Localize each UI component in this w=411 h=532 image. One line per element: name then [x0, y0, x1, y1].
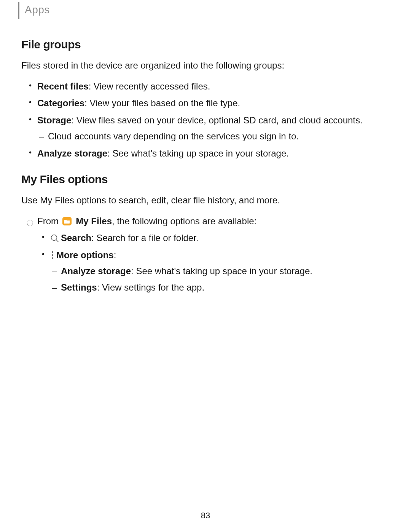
desc-storage: : View files saved on your device, optio…: [71, 115, 362, 125]
sub-cloud-accounts: Cloud accounts vary depending on the ser…: [48, 131, 299, 141]
desc-analyze-storage-2: : See what's taking up space in your sto…: [131, 266, 312, 276]
svg-point-6: [52, 257, 53, 259]
page-content: File groups Files stored in the device a…: [0, 19, 411, 295]
page-header: Apps: [0, 0, 411, 19]
sublist-item: Analyze storage: See what's taking up sp…: [61, 264, 390, 278]
desc-analyze-storage: : See what's taking up space in your sto…: [107, 148, 289, 158]
svg-line-3: [56, 240, 58, 242]
term-categories: Categories: [37, 98, 84, 108]
dotted-circle-icon: [27, 216, 33, 223]
term-more-options: More options: [56, 250, 114, 260]
term-recent-files: Recent files: [37, 81, 89, 91]
term-settings: Settings: [61, 282, 97, 292]
header-accent-bar: [18, 2, 19, 19]
from-prefix: From: [37, 216, 61, 226]
more-options-sublist: Analyze storage: See what's taking up sp…: [50, 264, 390, 295]
list-item: Analyze storage: See what's taking up sp…: [37, 146, 390, 161]
list-item: Categories: View your files based on the…: [37, 96, 390, 110]
storage-sublist: Cloud accounts vary depending on the ser…: [37, 129, 390, 144]
term-search: Search: [61, 233, 91, 243]
desc-categories: : View your files based on the file type…: [84, 98, 240, 108]
from-suffix: , the following options are available:: [112, 216, 256, 226]
folder-icon: [62, 217, 72, 226]
list-item: Search: Search for a file or folder.: [50, 231, 390, 245]
svg-point-2: [51, 235, 57, 241]
intro-my-files-options: Use My Files options to search, edit, cl…: [21, 193, 390, 207]
svg-point-0: [27, 220, 33, 226]
list-item: More options: Analyze storage: See what'…: [50, 248, 390, 295]
options-list: Search: Search for a file or folder. Mor…: [37, 231, 390, 295]
list-item: Recent files: View recently accessed fil…: [37, 79, 390, 94]
heading-my-files-options: My Files options: [21, 173, 390, 186]
heading-file-groups: File groups: [21, 38, 390, 51]
svg-point-5: [52, 254, 53, 256]
svg-point-4: [52, 251, 53, 253]
header-label: Apps: [25, 4, 50, 16]
sublist-item: Cloud accounts vary depending on the ser…: [48, 129, 390, 144]
term-storage: Storage: [37, 115, 71, 125]
page-number: 83: [0, 511, 411, 521]
list-item: From My Files, the following options are…: [37, 214, 390, 295]
desc-search: : Search for a file or folder.: [91, 233, 198, 243]
term-analyze-storage: Analyze storage: [37, 148, 107, 158]
from-app-name: My Files: [76, 216, 112, 226]
intro-file-groups: Files stored in the device are organized…: [21, 59, 390, 72]
my-files-list: From My Files, the following options are…: [21, 214, 390, 295]
sublist-item: Settings: View settings for the app.: [61, 280, 390, 295]
desc-recent-files: : View recently accessed files.: [89, 81, 210, 91]
file-groups-list: Recent files: View recently accessed fil…: [21, 79, 390, 161]
desc-settings: : View settings for the app.: [97, 282, 204, 292]
desc-more-options: :: [114, 250, 116, 260]
list-item: Storage: View files saved on your device…: [37, 113, 390, 144]
term-analyze-storage-2: Analyze storage: [61, 266, 131, 276]
more-options-icon: [51, 251, 54, 260]
search-icon: [50, 234, 59, 243]
